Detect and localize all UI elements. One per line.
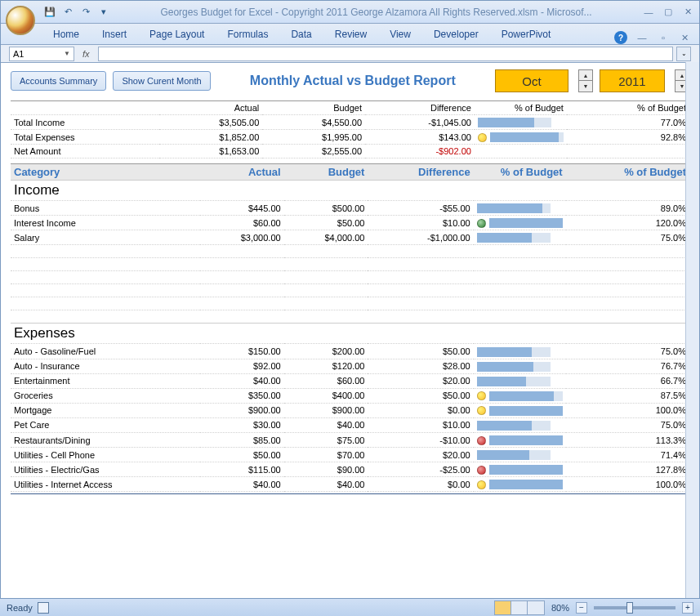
empty-row [11, 258, 689, 271]
budget-cell: $40.00 [284, 477, 368, 492]
category-row: Groceries$350.00$400.00$50.0087.5% [11, 388, 689, 403]
diff-cell: -$902.00 [365, 145, 475, 158]
tab-insert[interactable]: Insert [91, 25, 138, 44]
tab-powerpivot[interactable]: PowerPivot [490, 25, 563, 44]
pct-cell: 76.7% [566, 359, 689, 373]
close-icon[interactable]: ✕ [681, 6, 694, 19]
category-header: Category [11, 164, 200, 181]
month-up-icon[interactable]: ▲ [579, 70, 592, 81]
row-label: Total Income [11, 115, 159, 130]
formula-bar: A1 ▼ fx ⌄ [1, 45, 699, 63]
formula-input[interactable] [98, 47, 673, 61]
category-row: Entertainment$40.00$60.00$20.0066.7% [11, 373, 689, 388]
tab-data[interactable]: Data [279, 25, 323, 44]
formula-expand-icon[interactable]: ⌄ [676, 47, 691, 61]
actual-cell: $85.00 [200, 433, 284, 448]
actual-cell: $60.00 [200, 216, 284, 230]
tab-review[interactable]: Review [323, 25, 378, 44]
diff-cell: -$25.00 [368, 462, 473, 477]
pct-cell: 113.3% [566, 433, 689, 448]
red-dot-icon [477, 466, 486, 475]
diff-cell: $28.00 [368, 359, 473, 373]
tab-home[interactable]: Home [42, 25, 91, 44]
minimize-icon[interactable]: — [642, 6, 655, 19]
category-row: Auto - Insurance$92.00$120.00$28.0076.7% [11, 359, 689, 373]
row-label: Auto - Gasoline/Fuel [11, 344, 200, 359]
worksheet: Accounts Summary Show Curent Month Month… [1, 63, 699, 594]
ribbon-restore-icon[interactable]: ▫ [657, 31, 670, 44]
name-box[interactable]: A1 ▼ [9, 47, 74, 61]
bar-cell [474, 373, 566, 388]
empty-row [11, 271, 689, 284]
category-row: Utilities - Electric/Gas$115.00$90.00-$2… [11, 462, 689, 477]
page-layout-view-button[interactable] [511, 601, 528, 614]
pct-cell: 87.5% [566, 388, 689, 403]
budget-cell: $50.00 [284, 216, 368, 230]
ribbon-close-icon[interactable]: ✕ [678, 31, 691, 44]
tab-formulas[interactable]: Formulas [216, 25, 279, 44]
zoom-in-button[interactable]: + [682, 602, 693, 614]
summary-header [11, 101, 159, 115]
office-button[interactable] [6, 6, 35, 35]
yellow-dot-icon [477, 480, 486, 489]
pct-cell: 120.0% [566, 216, 689, 230]
diff-cell: $0.00 [368, 477, 473, 492]
month-down-icon[interactable]: ▼ [579, 81, 592, 92]
empty-row [11, 310, 689, 324]
diff-cell: $10.00 [368, 417, 473, 432]
chevron-down-icon[interactable]: ▼ [64, 50, 70, 57]
bar-cell [475, 145, 567, 158]
red-dot-icon [477, 436, 486, 445]
vertical-scrollbar[interactable] [685, 62, 699, 598]
bar-cell [474, 477, 566, 492]
undo-icon[interactable]: ↶ [61, 6, 74, 19]
zoom-slider[interactable] [594, 606, 675, 609]
zoom-percent: 80% [551, 603, 569, 613]
tab-view[interactable]: View [378, 25, 422, 44]
summary-row: Total Income$3,505.00$4,550.00-$1,045.00… [11, 115, 689, 130]
diff-cell: -$1,000.00 [368, 230, 473, 245]
year-selector: 2011 [600, 69, 665, 92]
actual-cell: $3,000.00 [200, 230, 284, 245]
actual-cell: $150.00 [200, 344, 284, 359]
empty-row [11, 245, 689, 258]
zoom-out-button[interactable]: − [576, 602, 587, 614]
bar-cell [475, 130, 567, 145]
normal-view-button[interactable] [495, 601, 511, 614]
qat-dropdown-icon[interactable]: ▾ [97, 6, 110, 19]
budget-cell: $4,000.00 [284, 230, 368, 245]
category-row: Auto - Gasoline/Fuel$150.00$200.00$50.00… [11, 344, 689, 359]
pct-cell: 71.4% [566, 448, 689, 462]
quick-access-toolbar: 💾 ↶ ↷ ▾ [43, 6, 110, 19]
save-icon[interactable]: 💾 [43, 6, 56, 19]
yellow-dot-icon [477, 406, 486, 415]
page-break-view-button[interactable] [528, 601, 544, 614]
macro-record-icon[interactable] [38, 602, 49, 614]
bar-cell [474, 359, 566, 373]
tab-developer[interactable]: Developer [422, 25, 490, 44]
budget-cell: $4,550.00 [262, 115, 365, 130]
pct-cell: 75.0% [566, 230, 689, 245]
ribbon-minimize-icon[interactable]: — [635, 31, 649, 44]
yellow-dot-icon [478, 133, 487, 142]
accounts-summary-button[interactable]: Accounts Summary [11, 71, 106, 91]
row-label: Entertainment [11, 373, 200, 388]
bar-cell [474, 417, 566, 432]
pct-cell: 75.0% [566, 344, 689, 359]
diff-cell: $50.00 [368, 344, 473, 359]
actual-cell: $900.00 [200, 403, 284, 417]
redo-icon[interactable]: ↷ [79, 6, 92, 19]
row-label: Groceries [11, 388, 200, 403]
fx-icon[interactable]: fx [78, 49, 95, 59]
actual-cell: $1,653.00 [159, 145, 262, 158]
help-icon[interactable]: ? [614, 31, 627, 44]
month-selector: Oct [495, 69, 568, 92]
empty-row [11, 297, 689, 310]
month-spinner[interactable]: ▲ ▼ [578, 69, 593, 92]
budget-cell: $75.00 [284, 433, 368, 448]
maximize-icon[interactable]: ▢ [662, 6, 675, 19]
year-value: 2011 [618, 74, 645, 88]
category-row: Utilities - Internet Access$40.00$40.00$… [11, 477, 689, 492]
show-current-month-button[interactable]: Show Curent Month [113, 71, 210, 91]
tab-page-layout[interactable]: Page Layout [138, 25, 216, 44]
